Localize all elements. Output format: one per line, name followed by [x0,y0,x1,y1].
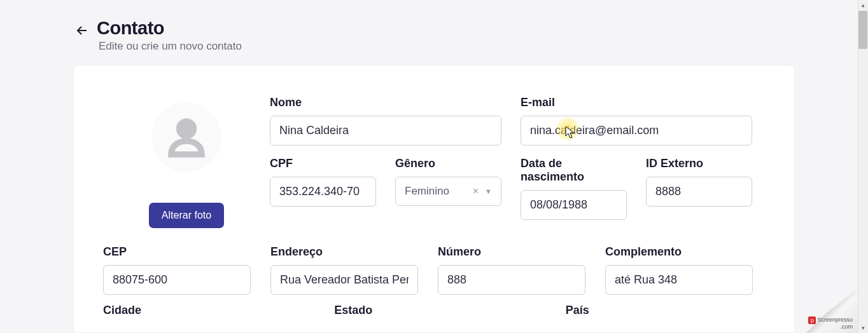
chevron-down-icon[interactable]: ▼ [482,187,494,195]
scrollbar-track[interactable]: ▴ ▾ [858,0,868,333]
endereco-label: Endereço [270,245,418,259]
numero-label: Número [438,245,585,259]
page-header: Contato Edite ou crie um novo contato [0,13,868,65]
complemento-input[interactable] [605,265,753,295]
cidade-label: Cidade [103,304,302,317]
clear-icon[interactable]: × [469,186,482,197]
person-icon [164,114,209,160]
back-arrow-icon[interactable] [74,22,90,39]
data-nascimento-input[interactable] [521,190,627,220]
scrollbar-down-icon[interactable]: ▾ [858,323,868,333]
page-subtitle: Edite ou crie um novo contato [99,40,242,53]
genero-label: Gênero [395,157,501,170]
scrollbar-up-icon[interactable]: ▴ [858,0,868,10]
genero-select[interactable]: Feminino × ▼ [395,177,501,206]
endereco-input[interactable] [270,265,418,295]
nome-label: Nome [270,96,501,109]
cpf-label: CPF [270,157,376,170]
id-externo-label: ID Externo [646,157,752,170]
email-label: E-mail [521,96,752,109]
cep-label: CEP [103,245,251,259]
change-photo-button[interactable]: Alterar foto [149,203,224,228]
numero-input[interactable] [438,265,585,295]
scrollbar-thumb[interactable] [858,11,867,49]
estado-label: Estado [334,304,533,317]
nome-input[interactable] [270,116,501,146]
complemento-label: Complemento [605,245,753,259]
email-input[interactable] [521,116,752,146]
data-nascimento-label: Data de nascimento [521,157,627,184]
cep-input[interactable] [103,265,251,295]
cpf-input[interactable] [270,177,376,207]
form-card: Alterar foto Nome E-mail CPF [74,65,794,332]
genero-value: Feminino [405,185,469,198]
avatar-placeholder [151,102,221,172]
id-externo-input[interactable] [646,177,752,207]
pais-label: País [566,304,765,317]
page-title: Contato [97,18,242,39]
